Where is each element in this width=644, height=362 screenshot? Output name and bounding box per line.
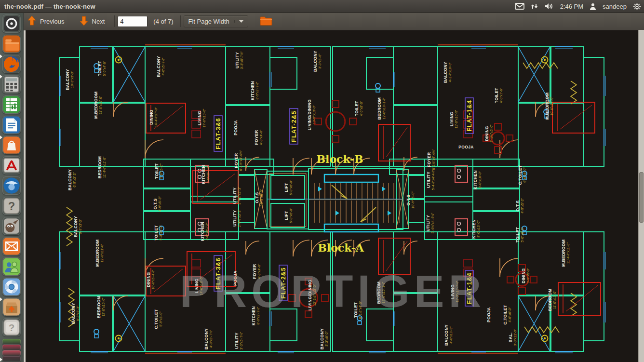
svg-text:5'-0"x6'-0": 5'-0"x6'-0" — [289, 180, 293, 195]
svg-text:BALCONY: BALCONY — [443, 62, 448, 83]
launcher-item-unknown-app[interactable]: ? — [2, 318, 21, 336]
launcher-item-libreoffice-writer[interactable] — [2, 116, 21, 134]
room-label: KITCHEN8'-0"x8'-7½" — [200, 222, 209, 241]
launcher-item-dash-home[interactable] — [2, 14, 21, 33]
svg-text:UTILITY: UTILITY — [235, 52, 240, 68]
launcher-item-software-updater[interactable] — [2, 298, 21, 316]
svg-text:TOILET: TOILET — [494, 88, 499, 103]
launcher-item-firefox[interactable] — [2, 55, 21, 73]
svg-text:11'-4½"x11'-0": 11'-4½"x11'-0" — [566, 242, 570, 264]
svg-text:BALCONY: BALCONY — [204, 328, 209, 349]
svg-text:BEDROOM: BEDROOM — [377, 97, 382, 120]
room-label: BALCONY4'-0"x8'-7½" — [204, 328, 213, 349]
launcher-item-libreoffice-calc[interactable] — [2, 95, 21, 114]
scrollbar-thumb[interactable] — [639, 172, 644, 223]
network-icon[interactable] — [531, 2, 538, 10]
launcher-item-calculator[interactable] — [2, 75, 21, 94]
messaging-menu-icon[interactable] — [515, 3, 524, 10]
room-label: BALCONY4'-0"x10'-3" — [444, 324, 453, 346]
previous-page-button[interactable]: Previous — [23, 13, 68, 29]
svg-text:10'-9"x5'-0": 10'-9"x5'-0" — [411, 191, 415, 209]
room-label: UTILITY3'-3"x5'-7½" — [234, 332, 243, 350]
launcher-item-software-center[interactable] — [2, 136, 21, 154]
open-folder-button[interactable] — [256, 13, 276, 29]
svg-text:4'-9"x5'-3": 4'-9"x5'-3" — [158, 196, 161, 212]
page-number-input[interactable] — [118, 16, 148, 27]
launcher-item-empathy[interactable] — [2, 257, 21, 276]
svg-text:4'-1½"x10'-3": 4'-1½"x10'-3" — [448, 62, 452, 82]
pdf-page: BALCONY10'-3"x3'-3"TOILET5'-0"x4'-6"M.BE… — [23, 30, 644, 362]
room-label: DINING14'-4½"x7'-0" — [149, 107, 158, 127]
room-label: BALCONY6'-9"x3'-3" — [67, 169, 76, 190]
next-page-button[interactable]: Next — [75, 13, 109, 29]
svg-text:DINING: DINING — [146, 272, 151, 287]
room-label: BALCONY4'-1½"x10'-3" — [443, 62, 452, 83]
chevron-down-icon[interactable] — [234, 20, 243, 23]
svg-text:12'-0"x11'-0": 12'-0"x11'-0" — [100, 243, 104, 262]
room-label: M.BEDROOM11'-0"x11'-0" — [94, 92, 102, 119]
launcher-item-adobe-reader[interactable] — [2, 156, 21, 174]
launcher-item-mail-client[interactable] — [2, 237, 21, 255]
room-label: TOILET5'-0"x6'-0" — [515, 227, 524, 242]
svg-text:M.BEDROOM: M.BEDROOM — [95, 240, 100, 267]
svg-text:BALCONY: BALCONY — [73, 216, 78, 237]
launcher-stack-item[interactable] — [2, 356, 21, 362]
svg-text:KITCHEN: KITCHEN — [250, 81, 255, 100]
room-label: BEDROOM12'-0"x10'-0" — [96, 296, 105, 319]
clock[interactable]: 2:46 PM — [560, 3, 583, 10]
room-label: UTILITY3'-3"x5'-7½" — [235, 51, 243, 69]
svg-text:11'-4½"x11'-0": 11'-4½"x11'-0" — [103, 157, 106, 178]
zoom-mode-select[interactable]: Fit Page Width — [184, 15, 248, 27]
launcher-stack-item[interactable] — [2, 350, 21, 356]
svg-text:UTILITY: UTILITY — [234, 333, 239, 349]
svg-text:KITCHEN: KITCHEN — [473, 170, 478, 189]
launcher: ?? — [0, 13, 24, 362]
svg-text:4'-0"x10'-3": 4'-0"x10'-3" — [449, 326, 453, 344]
svg-text:O.T.S: O.T.S — [255, 192, 259, 203]
svg-text:14'-4½"x7'-0": 14'-4½"x7'-0" — [154, 107, 158, 127]
launcher-item-help[interactable]: ? — [2, 197, 21, 215]
launcher-item-files[interactable] — [2, 35, 21, 53]
launcher-stack-item[interactable] — [2, 339, 21, 345]
room-label: M.BEDROOM11'-4½"x11'-0" — [561, 240, 570, 267]
launcher-item-gimp[interactable] — [2, 217, 21, 235]
room-label: POOJA — [458, 145, 473, 149]
svg-text:11'-0"x10'-9": 11'-0"x10'-9" — [455, 109, 458, 128]
svg-text:8'-0"x8'-7½": 8'-0"x8'-7½" — [206, 165, 210, 184]
room-label: LIVING/DINING13'-9"x13'-0" — [307, 99, 316, 130]
svg-text:FLAT-2&5: FLAT-2&5 — [291, 110, 297, 142]
svg-text:11'-0"x11'-0": 11'-0"x11'-0" — [553, 290, 556, 309]
svg-text:TOILET: TOILET — [97, 61, 102, 76]
room-label: BALCONY4'-6"x5'-7½" — [156, 56, 165, 77]
gear-icon[interactable] — [633, 2, 641, 11]
svg-text:FOYER: FOYER — [427, 152, 431, 167]
svg-text:8'-0"x8'-7½": 8'-0"x8'-7½" — [205, 222, 209, 241]
room-label: TOILET5'-0"x4'-6" — [97, 61, 106, 76]
svg-text:FOYER: FOYER — [234, 153, 239, 168]
svg-text:M.BEDROOM: M.BEDROOM — [545, 93, 550, 120]
svg-text:9'-9"x5'-0": 9'-9"x5'-0" — [526, 268, 530, 283]
session-user[interactable]: sandeep — [603, 3, 627, 10]
svg-text:FOYER: FOYER — [254, 130, 259, 145]
svg-text:11'-0"x11'-0": 11'-0"x11'-0" — [99, 95, 102, 114]
room-label: BAL.3'-3"x12'-9" — [508, 329, 517, 346]
vertical-scrollbar[interactable] — [638, 30, 644, 362]
svg-text:KITCHEN: KITCHEN — [200, 222, 205, 241]
svg-text:BALCONY: BALCONY — [320, 328, 324, 349]
launcher-item-thunderbird[interactable] — [2, 176, 21, 195]
room-label: FOYER6'-1½"x4'-4½" — [427, 149, 435, 170]
svg-text:BALCONY: BALCONY — [156, 56, 161, 77]
svg-text:4'-0"x8'-7½": 4'-0"x8'-7½" — [209, 330, 213, 348]
svg-text:DINING: DINING — [521, 268, 526, 283]
next-label: Next — [92, 18, 105, 25]
svg-text:O.T.S: O.T.S — [406, 195, 411, 206]
room-label: TOILET4'-0"x7'-6" — [494, 88, 503, 103]
room-label: LIVING17'-0"x10'-6" — [197, 108, 206, 128]
toolbar-separator-2 — [180, 15, 181, 27]
volume-icon[interactable] — [545, 2, 554, 10]
launcher-item-chromium[interactable] — [2, 278, 21, 296]
launcher-stack-item[interactable] — [2, 345, 21, 350]
room-label: TOILET5'-0"x6'-0" — [154, 163, 163, 179]
svg-text:5'-3"x5'-0": 5'-3"x5'-0" — [159, 225, 162, 241]
room-label: POOJA — [486, 307, 491, 322]
